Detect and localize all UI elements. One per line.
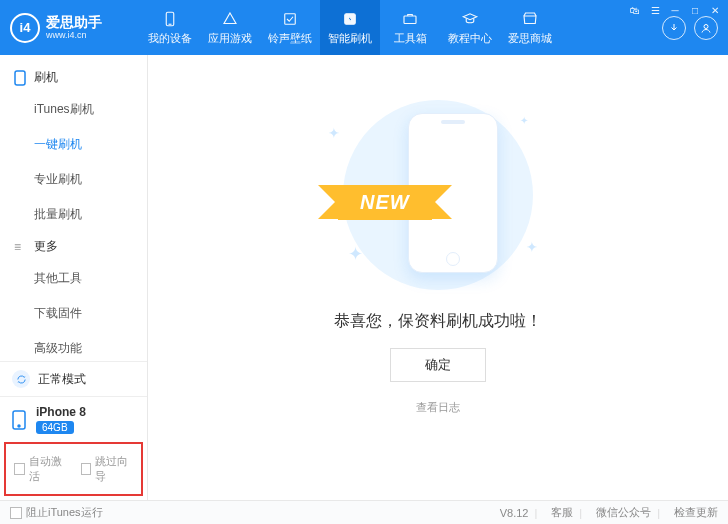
sidebar-item-pro-flash[interactable]: 专业刷机 xyxy=(0,162,147,197)
app-name: 爱思助手 xyxy=(46,15,102,30)
checkbox-icon xyxy=(81,463,92,475)
nav-store[interactable]: 爱思商城 xyxy=(500,0,560,55)
wechat-link[interactable]: 微信公众号 xyxy=(596,505,651,520)
sidebar-item-download-firmware[interactable]: 下载固件 xyxy=(0,296,147,331)
store-icon xyxy=(520,10,540,28)
logo: i4 爱思助手 www.i4.cn xyxy=(10,13,140,43)
checkbox-icon xyxy=(14,463,25,475)
auto-activate-checkbox[interactable]: 自动激活 xyxy=(14,454,67,484)
sidebar-section-more: ≡ 更多 xyxy=(0,232,147,261)
svg-point-5 xyxy=(704,24,708,28)
sidebar-section-flash: 刷机 xyxy=(0,63,147,92)
menu-icon[interactable]: ☰ xyxy=(648,3,662,17)
svg-point-8 xyxy=(18,425,20,427)
storage-badge: 64GB xyxy=(36,421,74,434)
svg-rect-2 xyxy=(285,13,296,24)
mode-label: 正常模式 xyxy=(38,371,86,388)
toolbox-icon xyxy=(400,10,420,28)
success-illustration: ✦ ✦ ✦ ✦ NEW xyxy=(308,95,568,295)
device-icon xyxy=(12,410,28,430)
nav-toolbox[interactable]: 工具箱 xyxy=(380,0,440,55)
nav-label: 我的设备 xyxy=(148,31,192,46)
nav-apps[interactable]: 应用游戏 xyxy=(200,0,260,55)
flash-icon xyxy=(340,10,360,28)
footer: 阻止iTunes运行 V8.12 | 客服 | 微信公众号 | 检查更新 xyxy=(0,500,728,524)
nav-flash[interactable]: 智能刷机 xyxy=(320,0,380,55)
success-message: 恭喜您，保资料刷机成功啦！ xyxy=(334,311,542,332)
nav-label: 工具箱 xyxy=(394,31,427,46)
wallpaper-icon xyxy=(280,10,300,28)
graduation-icon xyxy=(460,10,480,28)
skip-guide-checkbox[interactable]: 跳过向导 xyxy=(81,454,134,484)
sidebar-item-other-tools[interactable]: 其他工具 xyxy=(0,261,147,296)
mode-row[interactable]: 正常模式 xyxy=(0,362,147,397)
download-button[interactable] xyxy=(662,16,686,40)
phone-outline-icon xyxy=(14,70,28,86)
view-log-link[interactable]: 查看日志 xyxy=(416,400,460,415)
phone-icon xyxy=(160,10,180,28)
shopping-icon[interactable]: 🛍 xyxy=(628,3,642,17)
close-icon[interactable]: ✕ xyxy=(708,3,722,17)
checkbox-icon xyxy=(10,507,22,519)
nav-label: 智能刷机 xyxy=(328,31,372,46)
new-ribbon: NEW xyxy=(338,185,432,220)
device-name: iPhone 8 xyxy=(36,405,86,419)
nav-label: 爱思商城 xyxy=(508,31,552,46)
support-link[interactable]: 客服 xyxy=(551,505,573,520)
maximize-icon[interactable]: □ xyxy=(688,3,702,17)
sidebar-item-itunes-flash[interactable]: iTunes刷机 xyxy=(0,92,147,127)
version-label: V8.12 xyxy=(500,507,529,519)
main-nav: 我的设备 应用游戏 铃声壁纸 智能刷机 工具箱 教程中心 爱思商城 xyxy=(140,0,662,55)
sidebar: 刷机 iTunes刷机 一键刷机 专业刷机 批量刷机 ≡ 更多 其他工具 下载固… xyxy=(0,55,148,500)
minimize-icon[interactable]: ─ xyxy=(668,3,682,17)
confirm-button[interactable]: 确定 xyxy=(390,348,486,382)
sidebar-item-oneclick-flash[interactable]: 一键刷机 xyxy=(0,127,147,162)
user-button[interactable] xyxy=(694,16,718,40)
list-icon: ≡ xyxy=(14,240,28,254)
nav-ringtones[interactable]: 铃声壁纸 xyxy=(260,0,320,55)
svg-rect-4 xyxy=(404,16,416,24)
app-url: www.i4.cn xyxy=(46,30,102,40)
device-row[interactable]: iPhone 8 64GB xyxy=(0,397,147,442)
app-header: i4 爱思助手 www.i4.cn 我的设备 应用游戏 铃声壁纸 智能刷机 工具… xyxy=(0,0,728,55)
refresh-icon xyxy=(12,370,30,388)
nav-label: 铃声壁纸 xyxy=(268,31,312,46)
nav-my-device[interactable]: 我的设备 xyxy=(140,0,200,55)
main-content: ✦ ✦ ✦ ✦ NEW 恭喜您，保资料刷机成功啦！ 确定 查看日志 xyxy=(148,55,728,500)
nav-label: 应用游戏 xyxy=(208,31,252,46)
check-update-link[interactable]: 检查更新 xyxy=(674,505,718,520)
nav-tutorials[interactable]: 教程中心 xyxy=(440,0,500,55)
nav-label: 教程中心 xyxy=(448,31,492,46)
apps-icon xyxy=(220,10,240,28)
sidebar-item-batch-flash[interactable]: 批量刷机 xyxy=(0,197,147,232)
sidebar-item-advanced[interactable]: 高级功能 xyxy=(0,331,147,361)
options-highlight: 自动激活 跳过向导 xyxy=(4,442,143,496)
svg-rect-6 xyxy=(15,71,25,85)
block-itunes-checkbox[interactable]: 阻止iTunes运行 xyxy=(10,505,103,520)
logo-icon: i4 xyxy=(10,13,40,43)
